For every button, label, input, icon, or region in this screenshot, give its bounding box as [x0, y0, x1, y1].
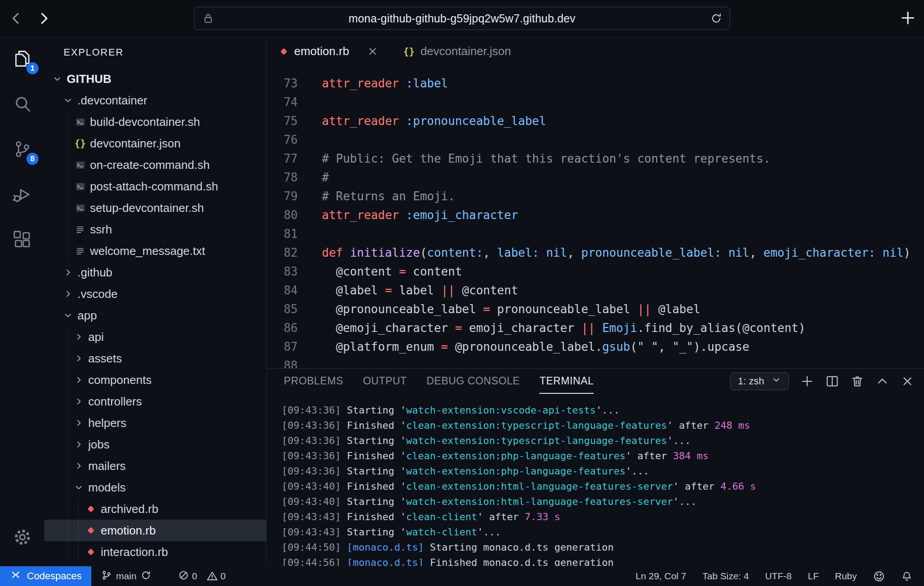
tree-item[interactable]: emotion.rb	[44, 520, 266, 541]
terminal-line: [09:44:56] [monaco.d.ts] Finished monaco…	[282, 555, 924, 566]
problems-indicator[interactable]: 0 0	[178, 570, 226, 583]
branch-indicator[interactable]: main	[101, 570, 151, 583]
maximize-panel-icon[interactable]	[876, 375, 889, 388]
indent-guide	[68, 369, 68, 391]
tree-item[interactable]: models	[44, 477, 266, 498]
browser-toolbar: mona-github-github-g59jpq2w5w7.github.de…	[0, 0, 924, 37]
url-text: mona-github-github-g59jpq2w5w7.github.de…	[214, 12, 710, 25]
tree-item[interactable]: on-create-command.sh	[44, 154, 266, 176]
tree-item-label: .vscode	[77, 287, 118, 301]
language-indicator[interactable]: Ruby	[835, 571, 857, 582]
code-line: 74	[267, 93, 924, 112]
tree-item-label: assets	[88, 352, 122, 366]
address-bar[interactable]: mona-github-github-g59jpq2w5w7.github.de…	[194, 7, 730, 30]
eol-indicator[interactable]: LF	[808, 571, 819, 582]
tree-item[interactable]: post-attach-command.sh	[44, 176, 266, 197]
tree-item[interactable]: archived.rb	[44, 498, 266, 520]
tree-item-label: controllers	[88, 395, 142, 409]
tree-item[interactable]: assets	[44, 348, 266, 369]
close-tab-icon[interactable]	[367, 46, 378, 57]
terminal-shell-select[interactable]: 1: zsh	[730, 372, 789, 390]
back-button[interactable]	[4, 7, 28, 30]
editor-tab[interactable]: {}devcontainer.json	[391, 37, 524, 66]
tree-item[interactable]: welcome_message.txt	[44, 240, 266, 262]
tree-item[interactable]: mailers	[44, 455, 266, 477]
encoding-indicator[interactable]: UTF-8	[765, 571, 792, 582]
indent-guide	[68, 176, 68, 197]
tree-item[interactable]: api	[44, 326, 266, 348]
terminal-line: [09:43:36] Finished 'clean-extension:php…	[282, 448, 924, 464]
branch-name: main	[116, 571, 137, 582]
tree-item[interactable]: build-devcontainer.sh	[44, 111, 266, 133]
indent-guide	[68, 391, 68, 412]
source-control-activity-button[interactable]: 8	[0, 127, 44, 172]
sync-icon	[141, 570, 151, 583]
tree-item[interactable]: .github	[44, 262, 266, 283]
status-bar: Codespaces main 0 0	[0, 566, 924, 586]
line-number: 77	[267, 149, 322, 168]
terminal-output[interactable]: [09:43:36] Starting 'watch-extension:vsc…	[267, 394, 924, 566]
tree-item[interactable]: controllers	[44, 391, 266, 412]
code-line: 80attr_reader :emoji_character	[267, 206, 924, 224]
indent-guide	[68, 133, 68, 154]
tree-item[interactable]: ssrh	[44, 219, 266, 240]
line-number: 74	[267, 93, 322, 112]
tree-item[interactable]: GITHUB	[44, 68, 266, 90]
tab-size-indicator[interactable]: Tab Size: 4	[702, 571, 749, 582]
close-panel-icon[interactable]	[901, 375, 914, 388]
tree-item-label: .devcontainer	[77, 94, 147, 108]
run-debug-activity-button[interactable]	[0, 172, 44, 218]
feedback-smiley-icon[interactable]	[873, 570, 885, 582]
extensions-icon	[12, 229, 33, 252]
tree-item-label: devcontainer.json	[90, 137, 180, 151]
terminal-line: [09:43:36] Starting 'watch-extension:typ…	[282, 433, 924, 448]
codespaces-status-button[interactable]: Codespaces	[0, 566, 91, 586]
tree-item[interactable]: {}devcontainer.json	[44, 133, 266, 154]
new-terminal-icon[interactable]	[800, 375, 814, 388]
terminal-line: [09:44:50] [monaco.d.ts] Starting monaco…	[282, 540, 924, 555]
chevron-right-icon	[74, 461, 85, 470]
tree-item[interactable]: helpers	[44, 412, 266, 434]
tree-item-label: ssrh	[90, 223, 112, 237]
tree-item[interactable]: .vscode	[44, 283, 266, 305]
tree-item[interactable]: setup-devcontainer.sh	[44, 197, 266, 219]
cursor-position[interactable]: Ln 29, Col 7	[636, 571, 686, 582]
tree-item[interactable]: app	[44, 305, 266, 326]
panel-tab[interactable]: DEBUG CONSOLE	[427, 369, 520, 394]
split-terminal-icon[interactable]	[826, 375, 839, 388]
forward-button[interactable]	[32, 7, 56, 30]
tree-item[interactable]: jobs	[44, 434, 266, 455]
search-icon	[12, 94, 33, 116]
tree-item[interactable]: .devcontainer	[44, 90, 266, 111]
git-branch-icon	[101, 570, 112, 583]
status-bar-left: Codespaces main 0 0	[0, 566, 226, 586]
search-activity-button[interactable]	[0, 82, 44, 127]
terminal-line: [09:43:36] Starting 'watch-extension:vsc…	[282, 403, 924, 418]
indent-guide	[78, 520, 79, 541]
new-tab-button[interactable]	[899, 9, 917, 27]
code-editor[interactable]: 73attr_reader :label7475attr_reader :pro…	[267, 66, 924, 368]
panel-tab[interactable]: OUTPUT	[363, 369, 407, 394]
tree-item-label: emotion.rb	[101, 524, 156, 538]
indent-guide	[68, 240, 68, 262]
panel-tab[interactable]: TERMINAL	[539, 369, 594, 394]
chevron-down-icon	[64, 96, 74, 105]
line-number: 83	[267, 262, 322, 281]
extensions-activity-button[interactable]	[0, 218, 44, 263]
tree-item[interactable]: components	[44, 369, 266, 391]
indent-guide	[68, 520, 68, 541]
file-tree: GITHUB.devcontainerbuild-devcontainer.sh…	[44, 68, 266, 566]
refresh-icon[interactable]	[710, 12, 723, 25]
chevron-down-icon	[53, 74, 64, 83]
editor-tab[interactable]: emotion.rb	[267, 37, 391, 66]
code-line: 73attr_reader :label	[267, 74, 924, 93]
gear-icon	[12, 527, 33, 549]
shell-icon	[74, 181, 86, 192]
settings-gear-button[interactable]	[0, 520, 44, 556]
panel-tab[interactable]: PROBLEMS	[284, 369, 343, 394]
notifications-bell-icon[interactable]	[901, 571, 912, 582]
kill-terminal-icon[interactable]	[851, 375, 864, 388]
tree-item[interactable]: interaction.rb	[44, 541, 266, 563]
shell-icon	[74, 117, 86, 127]
explorer-activity-button[interactable]: 1	[0, 37, 44, 82]
